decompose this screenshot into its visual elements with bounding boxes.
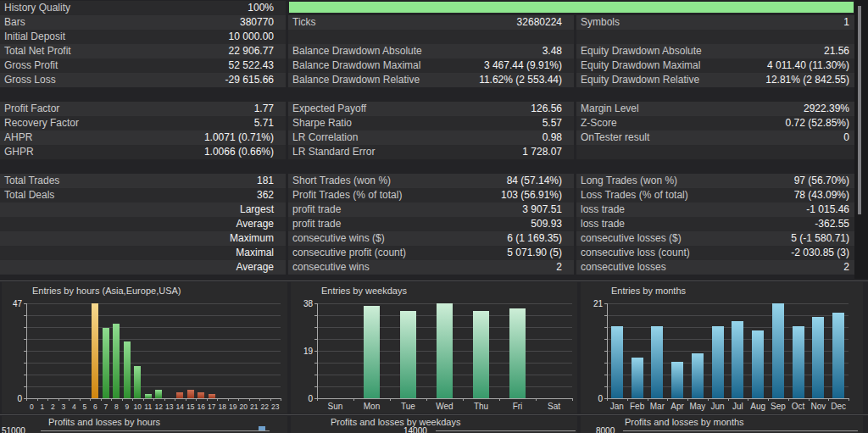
stat-label: Initial Deposit — [0, 30, 65, 44]
bar-tue — [400, 311, 416, 398]
x-tick-label: Wed — [436, 402, 453, 411]
stat-cell-r11-c2: LR Standard Error1 728.07 — [288, 145, 574, 159]
x-tick-label: 1 — [40, 402, 44, 411]
pl-hours-bar-tip — [259, 426, 265, 430]
stat-cell-r16-c1: Average — [0, 217, 286, 231]
y-tick-label: 38 — [303, 299, 314, 308]
stat-value: 52 522.43 — [229, 58, 286, 73]
stat-label: profit trade — [288, 217, 341, 231]
stat-label: consecutive loss (count) — [576, 246, 690, 260]
chart-title-pl-hours: Profits and losses by hours — [48, 417, 160, 427]
x-tick-label: Mar — [650, 402, 665, 411]
stat-cell-r16-c2: profit trade509.93 — [288, 217, 574, 231]
stat-value: 4 011.40 (11.30%) — [767, 58, 854, 73]
stat-label: Total Net Profit — [0, 44, 71, 58]
stat-cell-r14-c3: Loss Trades (% of total)78 (43.09%) — [576, 188, 854, 203]
stat-value: -29 615.66 — [225, 73, 286, 87]
x-tick-label: 7 — [103, 402, 108, 411]
stat-cell-r6-c2: Balance Drawdown Relative11.62% (2 553.4… — [288, 73, 574, 87]
stat-label: consecutive wins — [288, 260, 370, 275]
stat-cell-r2-c2: Ticks32680224 — [288, 15, 574, 30]
pl-hours-ymax-label: 51000 — [2, 426, 25, 433]
stat-value: 5 071.90 (5) — [507, 246, 574, 260]
stat-cell-r17-c3: consecutive losses ($)5 (-1 580.71) — [576, 231, 854, 246]
x-tick-label: Oct — [792, 402, 805, 411]
x-tick-label: Dec — [831, 402, 846, 411]
stat-label: Balance Drawdown Absolute — [288, 44, 422, 58]
x-tick-label: 8 — [114, 402, 119, 411]
stat-value: 509.93 — [531, 217, 574, 231]
charts-bottom-divider — [0, 414, 868, 415]
stat-cell-r15-c1: Largest — [0, 203, 286, 217]
stat-cell-r10-c3: OnTester result0 — [576, 130, 854, 145]
stat-cell-r8-c3: Margin Level2922.39% — [576, 102, 854, 116]
y-tick-label: 19 — [303, 347, 314, 356]
stat-label: OnTester result — [576, 130, 649, 145]
stat-label: Gross Loss — [0, 73, 56, 87]
x-tick-label: 4 — [72, 402, 76, 411]
stat-value: 10 000.00 — [229, 30, 286, 44]
stat-label: Loss Trades (% of total) — [576, 188, 688, 203]
stat-label: Long Trades (won %) — [576, 174, 677, 188]
stat-cell-r18-c2: consecutive profit (count)5 071.90 (5) — [288, 246, 574, 260]
x-tick-label: Apr — [670, 402, 684, 411]
x-tick-label: May — [689, 402, 705, 411]
bar-8 — [113, 324, 120, 398]
y-tick-label: 47 — [13, 299, 23, 308]
stat-value: 181 — [257, 174, 286, 188]
stat-value: 78 (43.09%) — [794, 188, 854, 203]
scrollbar[interactable] — [854, 0, 868, 279]
stat-value: 11.62% (2 553.44) — [479, 73, 574, 87]
stat-label: consecutive profit (count) — [288, 246, 406, 260]
y-tick-label: 0 — [598, 394, 603, 403]
stat-value: 103 (56.91%) — [501, 188, 574, 203]
stat-cell-r14-c1: Total Deals362 — [0, 188, 286, 203]
bar-10 — [134, 366, 141, 398]
bar-nov — [812, 317, 824, 398]
pl-months-axis-line — [623, 430, 858, 431]
bar-mar — [651, 326, 663, 398]
entries-by-weekdays-chart: 38190SunMonTueWedThuFriSat — [291, 282, 577, 414]
pl-weekdays-ymax-label: 14000 — [403, 426, 427, 433]
bar-aug — [752, 330, 764, 398]
stat-cell-r9-c1: Recovery Factor5.71 — [0, 116, 286, 130]
bar-wed — [437, 303, 453, 398]
stat-value: Largest — [240, 203, 286, 217]
scrollbar-thumb[interactable] — [858, 6, 861, 214]
stat-cell-r10-c1: AHPR1.0071 (0.71%) — [0, 130, 286, 145]
x-tick-label: 23 — [271, 402, 280, 411]
stat-cell-r16-c3: loss trade-362.55 — [576, 217, 854, 231]
x-tick-label: 10 — [134, 402, 142, 411]
stat-value: 5.71 — [254, 116, 286, 130]
chart-title-pl-months: Profits and losses by months — [625, 417, 744, 427]
stat-value: 3 467.44 (9.91%) — [484, 58, 574, 73]
stat-cell-r4-c1: Total Net Profit22 906.77 — [0, 44, 286, 58]
y-tick-label: 0 — [17, 394, 22, 403]
x-tick-label: 18 — [219, 402, 227, 411]
x-tick-label: Nov — [810, 402, 826, 411]
stat-label: Balance Drawdown Maximal — [288, 58, 420, 73]
stat-label: LR Standard Error — [288, 145, 375, 159]
stat-value: -362.55 — [815, 217, 854, 231]
stat-cell-r2-c1: Bars380770 — [0, 15, 286, 30]
stat-label: Z-Score — [576, 116, 617, 130]
x-tick-label: 17 — [208, 402, 216, 411]
stat-label: Total Trades — [0, 174, 59, 188]
stat-value: 32680224 — [517, 15, 574, 30]
x-tick-label: 21 — [250, 402, 259, 411]
stat-cell-r19-c1: Average — [0, 260, 286, 275]
stat-value: 5.57 — [542, 116, 574, 130]
x-tick-label: 11 — [144, 402, 152, 411]
history-quality-progress-bar — [289, 2, 854, 13]
x-tick-label: 20 — [240, 402, 248, 411]
stat-cell-r15-c2: profit trade3 907.51 — [288, 203, 574, 217]
x-tick-label: Aug — [750, 402, 765, 411]
x-tick-label: 15 — [186, 402, 195, 411]
x-tick-label: Sep — [771, 402, 786, 411]
stat-value: -2 030.85 (3) — [791, 246, 854, 260]
stat-cell-r5-c2: Balance Drawdown Maximal3 467.44 (9.91%) — [288, 58, 574, 73]
stat-label: Equity Drawdown Relative — [576, 73, 699, 87]
x-tick-label: 22 — [261, 402, 270, 411]
x-tick-label: 0 — [30, 402, 34, 411]
stat-value: 380770 — [240, 15, 286, 30]
